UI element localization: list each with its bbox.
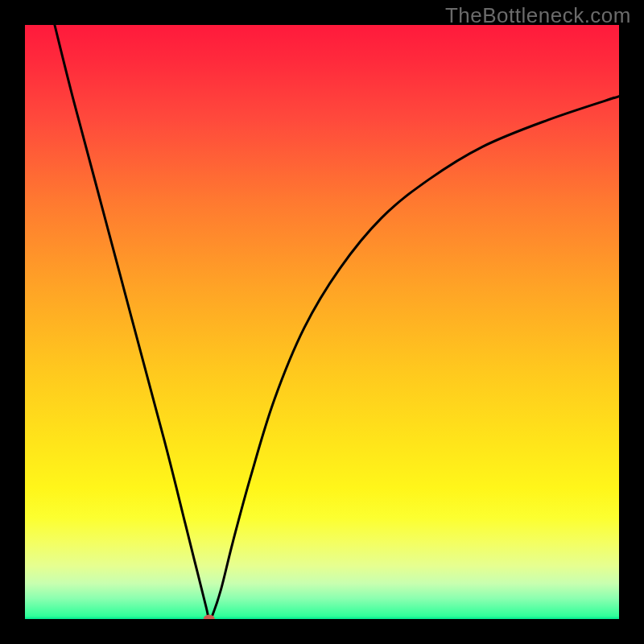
bottleneck-curve xyxy=(55,25,619,619)
plot-area xyxy=(25,25,619,619)
watermark-label: TheBottleneck.com xyxy=(445,3,631,28)
curve-svg xyxy=(25,25,619,619)
chart-frame: TheBottleneck.com xyxy=(0,0,644,644)
